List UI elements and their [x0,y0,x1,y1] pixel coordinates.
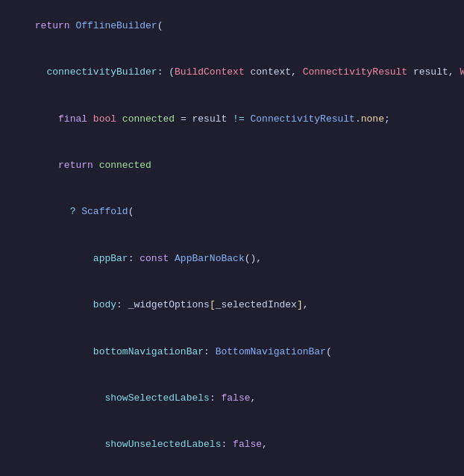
class-token: AppBarNoBack [175,253,245,264]
type-token: ConnectivityResult [303,66,407,78]
keyword-token: false [233,439,262,450]
property-token: bottomNavigationBar [93,346,204,357]
param-token: result [413,66,448,78]
param-token: result [192,113,233,125]
property-token: body [93,299,116,310]
var-token: connected [122,113,175,125]
code-line: bottomNavigationBar: BottomNavigationBar… [0,329,464,375]
code-line: return connected [0,143,464,189]
code-line: ? Scaffold( [0,190,464,236]
code-line: return OfflineBuilder( [0,3,464,49]
property-token: connectivityBuilder [46,66,157,78]
code-line: showUnselectedLabels: false, [0,422,464,469]
type-token: bool [93,113,122,125]
type-token: Widget [460,66,464,78]
param-token: context [251,66,292,78]
class-token: BottomNavigationBar [216,346,326,357]
property-token: showUnselectedLabels [104,439,221,450]
keyword-token: final [58,113,93,125]
code-line: body: _widgetOptions[_selectedIndex], [0,282,464,328]
keyword-token: const [139,253,175,264]
enum-token: none [361,113,384,125]
code-line: type: BottomNavigationBarType.fixed, [0,469,464,476]
function-token: OfflineBuilder [75,20,157,31]
code-line: connectivityBuilder: (BuildContext conte… [0,49,464,95]
keyword-token: return [35,20,76,31]
class-token: ConnectivityResult [251,113,355,125]
var-token: _widgetOptions [128,299,210,310]
var-token: connected [99,160,151,171]
class-token: Scaffold [81,206,128,217]
code-line: showSelectedLabels: false, [0,375,464,422]
property-token: appBar [93,253,128,264]
keyword-token: false [221,392,250,404]
keyword-token: return [58,160,99,171]
type-token: BuildContext [175,66,245,78]
code-line: appBar: const AppBarNoBack(), [0,236,464,282]
var-token: _selectedIndex [216,299,297,310]
code-editor: return OfflineBuilder( connectivityBuild… [0,0,464,476]
property-token: showSelectedLabels [104,392,209,404]
code-line: final bool connected = result != Connect… [0,96,464,143]
